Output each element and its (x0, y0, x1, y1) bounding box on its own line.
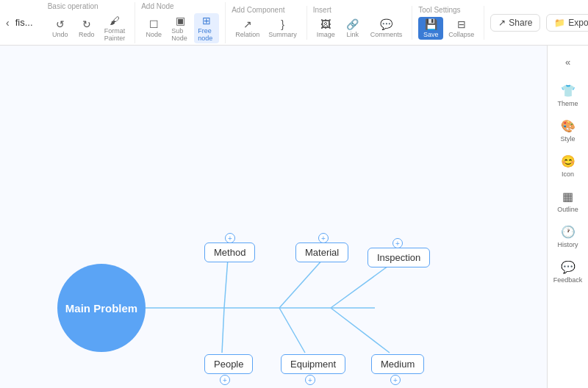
document-title: fis... (15, 17, 39, 28)
image-label: Image (317, 31, 335, 38)
toolbar-group-component: Add Component ↗Relation }Summary (232, 6, 307, 40)
save-label: Save (423, 31, 439, 38)
share-icon: ↗ (498, 18, 506, 28)
right-panel: « 👕 Theme 🎨 Style 😊 Icon ▦ Outline 🕐 His… (547, 46, 588, 388)
toolbar-group-tools: Tool Settings 💾Save ⊟Collapse (418, 6, 484, 40)
toolbar-group-basic: Basic operation ↺Undo ↻Redo 🖌Format Pain… (48, 2, 136, 43)
plus-people[interactable]: + (220, 375, 230, 385)
outline-icon: ▦ (562, 190, 573, 204)
sub-node-icon: ▣ (176, 15, 185, 26)
link-icon: 🔗 (346, 18, 359, 30)
summary-icon: } (281, 18, 284, 30)
style-label: Style (560, 135, 575, 143)
history-label: History (557, 241, 578, 248)
share-button[interactable]: ↗ Share (490, 14, 540, 32)
undo-button[interactable]: ↺Undo (48, 17, 73, 40)
outline-label: Outline (557, 206, 578, 213)
save-button[interactable]: 💾Save (418, 17, 443, 40)
insert-buttons: 🖼Image 🔗Link 💬Comments (313, 17, 406, 40)
node-material-label: Material (305, 247, 339, 258)
collapse-button[interactable]: ⊟Collapse (445, 17, 478, 40)
svg-line-6 (279, 308, 305, 353)
link-button[interactable]: 🔗Link (340, 17, 365, 40)
summary-button[interactable]: }Summary (265, 17, 301, 40)
node-inspection[interactable]: Inspection (368, 248, 430, 267)
panel-item-theme[interactable]: 👕 Theme (551, 78, 586, 113)
node-method-label: Method (214, 247, 245, 258)
collapse-label: Collapse (448, 31, 474, 38)
format-painter-icon: 🖌 (110, 15, 120, 26)
export-icon: 📁 (554, 18, 565, 28)
node-button[interactable]: ☐Node (141, 17, 166, 40)
main-area: Main Problem Method + Material + Inspect… (0, 46, 588, 388)
free-node-label: Free node (198, 27, 215, 42)
main-problem-label: Main Problem (65, 302, 137, 315)
node-medium[interactable]: Medium (371, 354, 424, 374)
group-label-insert: Insert (313, 6, 331, 14)
share-label: Share (509, 18, 532, 28)
link-label: Link (347, 31, 359, 38)
panel-item-feedback[interactable]: 💬 Feedback (551, 254, 586, 290)
node-icon: ☐ (149, 18, 159, 30)
undo-label: Undo (52, 31, 68, 38)
sub-node-button[interactable]: ▣Sub Node (168, 13, 193, 43)
redo-button[interactable]: ↻Redo (74, 17, 99, 40)
history-icon: 🕐 (561, 225, 576, 239)
feedback-label: Feedback (553, 276, 583, 284)
node-method[interactable]: Method (204, 242, 255, 262)
main-problem-node[interactable]: Main Problem (57, 264, 146, 352)
save-icon: 💾 (425, 18, 437, 30)
toolbar-right: ↗ Share 📁 Export (490, 14, 588, 32)
panel-item-icon[interactable]: 😊 Icon (551, 148, 586, 184)
group-label-basic: Basic operation (48, 2, 98, 10)
relation-label: Relation (235, 31, 259, 38)
toolbar-group-addnode: Add Node ☐Node ▣Sub Node ⊞Free node (141, 2, 226, 43)
svg-line-5 (222, 308, 224, 353)
collapse-icon: ⊟ (457, 18, 466, 30)
tools-buttons: 💾Save ⊟Collapse (418, 17, 478, 40)
svg-line-4 (331, 262, 393, 308)
icon-icon: 😊 (561, 154, 576, 168)
comments-button[interactable]: 💬Comments (367, 17, 406, 40)
toolbar: ‹ fis... Basic operation ↺Undo ↻Redo 🖌Fo… (0, 0, 588, 46)
node-label: Node (146, 31, 162, 38)
svg-line-7 (331, 308, 390, 353)
collapse-chevron-icon: « (565, 57, 570, 68)
node-material[interactable]: Material (295, 242, 348, 262)
comments-icon: 💬 (380, 18, 392, 30)
format-painter-button[interactable]: 🖌Format Painter (101, 13, 129, 43)
node-medium-label: Medium (381, 359, 415, 370)
panel-item-outline[interactable]: ▦ Outline (551, 184, 586, 219)
export-button[interactable]: 📁 Export (546, 14, 588, 32)
node-equipment[interactable]: Equipment (281, 354, 345, 374)
group-label-component: Add Component (232, 6, 284, 14)
plus-medium[interactable]: + (390, 375, 401, 385)
image-icon: 🖼 (320, 18, 331, 30)
export-label: Export (568, 18, 588, 28)
free-node-button[interactable]: ⊞Free node (194, 13, 219, 43)
plus-method[interactable]: + (225, 233, 235, 243)
plus-material[interactable]: + (318, 233, 329, 243)
summary-label: Summary (268, 31, 297, 38)
svg-line-2 (224, 259, 228, 308)
theme-icon: 👕 (561, 84, 576, 98)
image-button[interactable]: 🖼Image (313, 17, 339, 40)
back-button[interactable]: ‹ (6, 14, 10, 32)
panel-collapse-button[interactable]: « (558, 51, 578, 72)
canvas[interactable]: Main Problem Method + Material + Inspect… (0, 46, 547, 388)
relation-button[interactable]: ↗Relation (232, 17, 263, 40)
plus-inspection[interactable]: + (392, 238, 403, 248)
undo-icon: ↺ (56, 18, 65, 30)
icon-label: Icon (562, 170, 574, 178)
node-inspection-label: Inspection (377, 252, 420, 263)
plus-equipment[interactable]: + (305, 375, 315, 385)
format-painter-label: Format Painter (104, 27, 126, 42)
redo-label: Redo (79, 31, 95, 38)
comments-label: Comments (370, 31, 403, 38)
panel-item-history[interactable]: 🕐 History (551, 219, 586, 254)
style-icon: 🎨 (561, 119, 576, 133)
panel-item-style[interactable]: 🎨 Style (551, 113, 586, 148)
node-equipment-label: Equipment (290, 359, 336, 370)
node-people[interactable]: People (204, 354, 253, 374)
toolbar-group-insert: Insert 🖼Image 🔗Link 💬Comments (313, 6, 413, 40)
